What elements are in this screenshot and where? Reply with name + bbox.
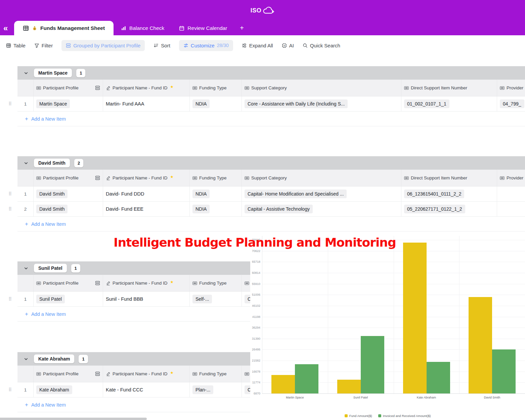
column-header-participant-name[interactable]: Participant Name - Fund ID★ [103,170,190,186]
table-view-button[interactable]: Table [6,43,26,48]
gridline [394,236,394,393]
column-header-participant-profile[interactable]: Participant Profile [34,275,103,291]
cell-provider[interactable] [497,186,525,201]
legend-item[interactable]: Invoiced and Received Amount($) [378,414,431,418]
column-header-participant-name[interactable]: Participant Name - Fund ID★ [103,366,190,382]
chart-panel: Fund Amount($)Invoiced and Received Amou… [250,233,525,420]
y-axis-tick-label: 6870 [250,392,260,395]
collapse-group-button[interactable] [22,264,30,272]
add-new-item-button[interactable]: +Add a New Item [17,217,525,232]
cell-funding-type[interactable]: NDIA [190,96,242,111]
column-header-support-category[interactable]: Support Category [242,170,401,186]
tab-funds-management-sheet[interactable]: Funds Management Sheet [14,21,114,35]
column-header-provider[interactable]: Provider [497,170,525,186]
top-app-bar: ISO [0,0,525,21]
grouped-field-icon [95,85,100,90]
chart-bar [361,336,384,393]
drag-handle-icon[interactable]: ⠿ [8,206,12,212]
sort-button[interactable]: Sort [154,43,170,48]
add-new-item-button[interactable]: +Add a New Item [17,112,525,126]
collapse-group-button[interactable] [22,69,30,77]
link-field-icon [192,372,197,376]
cell-participant-name[interactable]: Kate - Fund CCC [103,382,190,397]
column-header-funding-type[interactable]: Funding Type [190,80,242,96]
table-grid-icon [23,25,29,31]
cell-funding-type[interactable]: NDIA [190,186,242,201]
drag-handle-icon[interactable]: ⠿ [8,191,12,197]
column-label: Provider [507,85,523,90]
value-chip: David Smith [36,205,68,213]
cell-funding-type[interactable]: NDIA [190,202,242,216]
drag-handle-icon[interactable]: ⠿ [8,101,12,107]
column-label: Funding Type [199,281,227,286]
grouped-by-button[interactable]: Grouped by Participant Profile [61,40,145,51]
x-axis-line [262,393,525,394]
column-header-participant-profile[interactable]: Participant Profile [34,170,103,186]
cell-funding-type[interactable]: Self-... [190,292,242,306]
add-new-item-label: Add a New Item [31,311,66,317]
tab-balance-check[interactable]: Balance Check [114,21,172,35]
cell-participant-name[interactable]: Sunil - Fund BBB [103,292,190,306]
ai-button[interactable]: AI [282,43,294,48]
cell-text: Sunil - Fund BBB [106,296,143,302]
horizontal-scrollbar[interactable] [0,418,147,420]
y-axis-tick-label: 16678 [250,370,260,373]
plus-icon: + [25,116,28,122]
cell-participant-name[interactable]: Martin- Fund AAA [103,96,190,111]
customize-button[interactable]: Customize 28/30 [179,40,233,51]
legend-item[interactable]: Fund Amount($) [345,414,372,418]
cell-participant-name[interactable]: David- Fund DDD [103,186,190,201]
group-rows-icon [66,43,71,48]
collapse-group-button[interactable] [22,355,30,363]
column-header-direct-support-item-number[interactable]: Direct Support Item Number [401,170,497,186]
column-header-participant-profile[interactable]: Participant Profile [34,366,103,382]
column-header-direct-support-item-number[interactable]: Direct Support Item Number [401,80,497,96]
cell-participant-profile[interactable]: Martin Space [34,96,103,111]
group-name-badge: Martin Space [34,69,72,77]
chart-bar [337,380,361,393]
quick-search-button[interactable]: Quick Search [303,43,340,48]
column-header-funding-type[interactable]: Funding Type [190,275,242,291]
tab-review-calendar[interactable]: Review Calendar [172,21,234,35]
cell-participant-name[interactable]: David- Fund EEE [103,202,190,216]
value-chip: 04_799_ [500,99,524,108]
column-header-support-category[interactable]: Support Category [242,80,401,96]
pencil-icon [106,176,111,180]
column-header-participant-profile[interactable]: Participant Profile [34,80,103,96]
column-header-participant-name[interactable]: Participant Name - Fund ID★ [103,275,190,291]
cell-funding-type[interactable]: Plan-... [190,382,242,397]
plus-icon: + [240,24,244,32]
column-header-participant-name[interactable]: Participant Name - Fund ID★ [103,80,190,96]
group-section-david-smith: David Smith 2 Participant Profile Partic… [17,156,525,232]
column-header-provider[interactable]: Provider [497,80,525,96]
group-name-badge: Kate Abraham [34,354,74,363]
cell-text: David- Fund DDD [106,191,144,197]
column-header-funding-type[interactable]: Funding Type [190,170,242,186]
add-tab-button[interactable]: + [234,21,249,35]
cell-participant-profile[interactable]: David Smith [34,186,103,201]
cell-direct-support-item-number[interactable]: 01_002_0107_1_1 [401,96,497,111]
link-field-icon [245,372,249,376]
cell-participant-profile[interactable]: David Smith [34,202,103,216]
filter-button[interactable]: Filter [34,43,53,48]
collapse-group-button[interactable] [22,159,30,167]
cell-participant-profile[interactable]: Kate Abraham [34,382,103,397]
cell-direct-support-item-number[interactable]: 05_220627171_0122_1_2 [401,202,497,216]
y-axis-tick-label: 21582 [250,359,260,362]
collapse-sidebar-button[interactable]: « [3,24,8,32]
cell-participant-profile[interactable]: Sunil Patel [34,292,103,306]
cell-support-category[interactable]: Core - Assistance with Daily Life (Inclu… [242,96,401,111]
cell-provider[interactable] [497,202,525,216]
value-chip: Plan-... [192,385,213,394]
cell-support-category[interactable]: Capital - Assistive Technology [242,202,401,216]
drag-handle-icon[interactable]: ⠿ [8,296,12,302]
cell-provider[interactable]: 04_799_ [497,96,525,111]
x-axis-category-label: Martin Space [262,396,328,399]
drag-handle-icon[interactable]: ⠿ [8,387,12,392]
cell-support-category[interactable]: Capital- Home Modification and Specialis… [242,186,401,201]
expand-all-button[interactable]: Expand All [242,43,273,48]
cell-direct-support-item-number[interactable]: 06_123615401_0111_2_2 [401,186,497,201]
y-axis-tick-label: 60814 [250,271,260,275]
y-axis-tick-label: 65718 [250,260,260,263]
column-header-funding-type[interactable]: Funding Type [190,366,242,382]
